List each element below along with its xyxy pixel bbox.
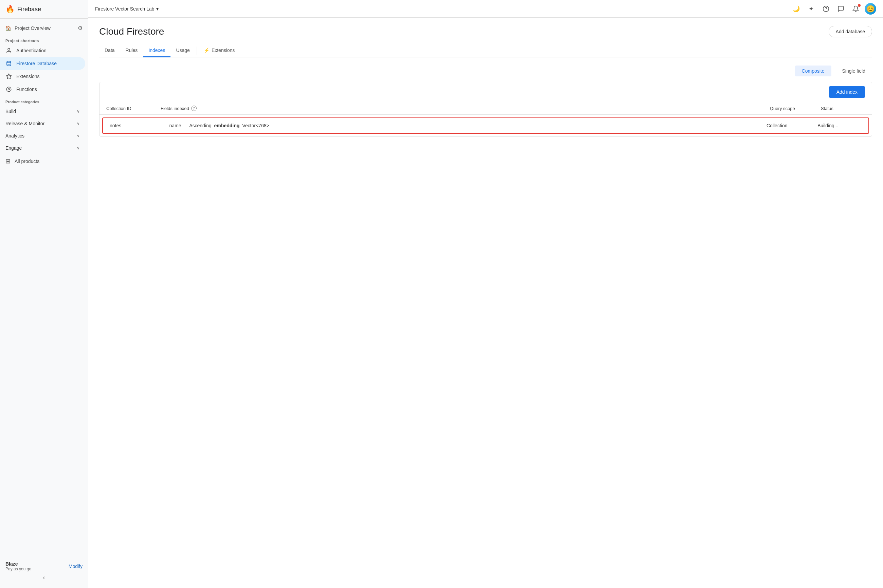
extensions-icon <box>5 73 12 80</box>
plan-row: Blaze Pay as you go Modify <box>5 561 83 572</box>
release-monitor-chevron-icon: ∨ <box>77 121 80 126</box>
tab-extensions-bolt-icon: ⚡ <box>204 48 210 53</box>
field-vector: Vector<768> <box>242 123 269 128</box>
sidebar: 🔥 Firebase 🏠 Project Overview ⚙ Project … <box>0 0 88 588</box>
authentication-label: Authentication <box>16 48 47 53</box>
project-name: Firestore Vector Search Lab <box>95 6 154 12</box>
firestore-label: Firestore Database <box>16 61 57 66</box>
engage-label: Engage <box>5 145 22 151</box>
home-icon: 🏠 <box>5 26 11 31</box>
table-row[interactable]: notes __name__ Ascending embedding Vecto… <box>102 117 869 134</box>
page-content: Cloud Firestore Add database Data Rules … <box>88 18 883 588</box>
notifications-button[interactable] <box>850 3 862 15</box>
field-ascending: Ascending <box>189 123 211 128</box>
sidebar-item-functions[interactable]: Functions <box>0 83 85 96</box>
tab-usage[interactable]: Usage <box>171 44 195 57</box>
authentication-icon <box>5 47 12 54</box>
col-header-scope: Query scope <box>770 106 821 111</box>
col-header-collection: Collection ID <box>106 106 161 111</box>
feedback-button[interactable] <box>835 3 847 15</box>
project-overview-left: 🏠 Project Overview <box>5 26 51 31</box>
firebase-wordmark: Firebase <box>17 6 41 13</box>
row-status: Building... <box>817 123 862 128</box>
firestore-icon <box>5 60 12 67</box>
help-button[interactable] <box>820 3 832 15</box>
index-table-header: Add index <box>99 82 872 102</box>
all-products-grid-icon: ⊞ <box>5 158 11 165</box>
project-selector-dropdown-icon: ▾ <box>156 6 159 12</box>
svg-point-0 <box>8 48 10 50</box>
project-overview-label: Project Overview <box>15 26 51 31</box>
modify-plan-link[interactable]: Modify <box>69 564 83 569</box>
index-controls: Composite Single field <box>99 66 872 76</box>
plan-info: Blaze Pay as you go <box>5 561 31 572</box>
dark-mode-button[interactable]: 🌙 <box>790 3 802 15</box>
col-header-status: Status <box>821 106 865 111</box>
user-avatar[interactable]: 😊 <box>865 3 876 15</box>
sidebar-item-analytics[interactable]: Analytics ∨ <box>0 130 85 142</box>
tab-extensions[interactable]: ⚡ Extensions <box>198 44 240 57</box>
release-monitor-label: Release & Monitor <box>5 121 45 126</box>
plan-sub: Pay as you go <box>5 567 31 572</box>
sidebar-nav: 🏠 Project Overview ⚙ Project shortcuts A… <box>0 19 88 557</box>
all-products-label: All products <box>15 159 39 164</box>
sidebar-item-build[interactable]: Build ∨ <box>0 105 85 117</box>
field-name-icon: __name__ <box>164 123 186 128</box>
page-header: Cloud Firestore Add database <box>99 26 872 38</box>
avatar-image: 😊 <box>866 5 875 13</box>
functions-label: Functions <box>16 87 37 92</box>
sidebar-item-extensions[interactable]: Extensions <box>0 70 85 83</box>
tab-divider <box>197 46 197 55</box>
topbar-icons: 🌙 ✦ 😊 <box>790 3 876 15</box>
project-shortcuts-label: Project shortcuts <box>0 34 88 44</box>
single-field-button[interactable]: Single field <box>835 66 872 76</box>
tab-indexes[interactable]: Indexes <box>143 44 171 57</box>
sidebar-item-firestore[interactable]: Firestore Database <box>0 57 85 70</box>
product-categories-label: Product categories <box>0 96 88 105</box>
add-index-button[interactable]: Add index <box>829 86 865 98</box>
field-embedding: embedding <box>214 123 240 128</box>
main-content: Firestore Vector Search Lab ▾ 🌙 ✦ <box>88 0 883 588</box>
page-title: Cloud Firestore <box>99 26 164 37</box>
fields-help-icon[interactable]: ? <box>191 106 197 111</box>
sidebar-item-engage[interactable]: Engage ∨ <box>0 142 85 154</box>
tab-extensions-label: Extensions <box>212 48 235 53</box>
project-selector[interactable]: Firestore Vector Search Lab ▾ <box>95 6 159 12</box>
extensions-label: Extensions <box>16 74 39 79</box>
add-database-button[interactable]: Add database <box>829 26 872 38</box>
gemini-icon-button[interactable]: ✦ <box>805 3 817 15</box>
svg-point-1 <box>7 61 11 63</box>
firebase-logo: 🔥 Firebase <box>5 5 41 14</box>
engage-chevron-icon: ∨ <box>77 146 80 150</box>
build-label: Build <box>5 109 16 114</box>
tab-rules[interactable]: Rules <box>120 44 143 57</box>
col-header-fields-label: Fields indexed <box>161 106 189 111</box>
analytics-label: Analytics <box>5 133 24 138</box>
topbar: Firestore Vector Search Lab ▾ 🌙 ✦ <box>88 0 883 18</box>
sidebar-item-all-products[interactable]: ⊞ All products <box>0 154 88 168</box>
sidebar-item-release-monitor[interactable]: Release & Monitor ∨ <box>0 117 85 130</box>
sidebar-header: 🔥 Firebase <box>0 0 88 19</box>
tabs: Data Rules Indexes Usage ⚡ Extensions <box>99 44 872 57</box>
row-query-scope: Collection <box>766 123 817 128</box>
tab-data[interactable]: Data <box>99 44 120 57</box>
settings-icon[interactable]: ⚙ <box>78 25 83 31</box>
sidebar-item-authentication[interactable]: Authentication <box>0 44 85 57</box>
svg-point-3 <box>6 87 11 92</box>
notification-badge <box>858 4 860 7</box>
table-columns: Collection ID Fields indexed ? Query sco… <box>99 102 872 115</box>
sidebar-collapse-button[interactable]: ‹ <box>5 572 83 584</box>
project-overview-row[interactable]: 🏠 Project Overview ⚙ <box>0 21 88 34</box>
sidebar-footer: Blaze Pay as you go Modify ‹ <box>0 557 88 588</box>
col-header-fields: Fields indexed ? <box>161 106 770 111</box>
svg-marker-2 <box>6 74 12 79</box>
plan-name: Blaze <box>5 561 31 567</box>
functions-icon <box>5 86 12 93</box>
index-table: Add index Collection ID Fields indexed ?… <box>99 82 872 137</box>
firebase-flame-icon: 🔥 <box>5 5 15 14</box>
svg-point-4 <box>8 88 10 90</box>
row-fields: __name__ Ascending embedding Vector<768> <box>164 123 766 128</box>
composite-button[interactable]: Composite <box>795 66 831 76</box>
row-collection-id: notes <box>110 123 164 128</box>
analytics-chevron-icon: ∨ <box>77 134 80 138</box>
